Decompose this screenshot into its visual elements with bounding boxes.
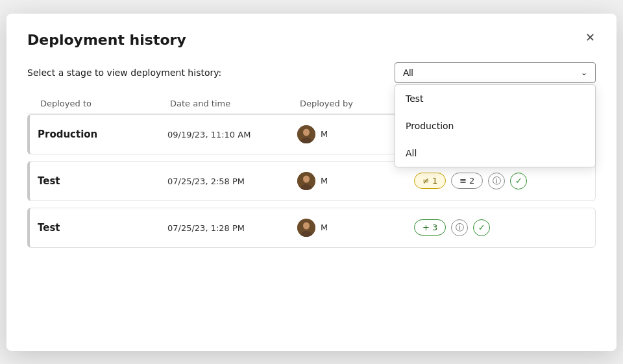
stage-selector-row: Select a stage to view deployment histor… [27,62,596,83]
avatar [297,125,315,143]
col-header-date: Date and time [170,99,300,108]
deployer-initial: M [321,223,328,232]
close-button[interactable]: ✕ [580,28,600,47]
col-header-deployed-to: Deployed to [40,99,170,108]
stage-dropdown-button[interactable]: All ⌄ [395,62,596,83]
check-icon[interactable]: ✓ [510,173,527,189]
stage-dropdown-menu: Test Production All [395,84,596,167]
row-deployed-by: M [289,219,406,237]
svg-point-7 [303,222,310,229]
badge-count: 1 [432,176,437,186]
info-icon[interactable]: ⓘ [488,173,505,189]
row-deployed-by: M [289,172,406,190]
row-stage: Test [30,175,160,187]
avatar [297,172,315,190]
stage-dropdown-value: All [403,67,413,78]
stage-selector-label: Select a stage to view deployment histor… [27,67,221,78]
chevron-down-icon: ⌄ [581,68,587,77]
dropdown-item-production[interactable]: Production [395,112,595,140]
dropdown-item-test[interactable]: Test [395,85,595,112]
deployment-history-dialog: Deployment history ✕ Select a stage to v… [6,14,617,351]
badge-list[interactable]: ≡ 2 [451,173,483,189]
avatar [297,219,315,237]
badge-icon: ≠ [422,176,430,186]
svg-point-1 [303,128,310,136]
badge-changed[interactable]: ≠ 1 [414,173,446,189]
stage-name: Test [38,175,60,187]
deployer-initial: M [321,129,328,139]
svg-point-4 [303,175,310,182]
row-date: 07/25/23, 2:58 PM [160,175,289,187]
check-icon[interactable]: ✓ [473,219,490,236]
dialog-title: Deployment history [27,32,596,48]
row-date: 09/19/23, 11:10 AM [160,128,289,140]
row-items: ≠ 1 ≡ 2 ⓘ ✓ [406,173,585,189]
row-items: + 3 ⓘ ✓ [406,219,585,236]
badge-icon: ≡ [459,176,467,186]
info-icon[interactable]: ⓘ [451,219,468,236]
row-date: 07/25/23, 1:28 PM [160,221,289,234]
stage-name: Production [38,128,97,140]
badge-icon: + [422,223,430,232]
deployer-initial: M [321,176,328,186]
row-deployed-by: M [289,125,406,143]
badge-count: 2 [469,176,474,186]
stage-name: Test [38,222,60,234]
table-row: Test 07/25/23, 1:28 PM M + 3 [27,208,596,248]
badge-count: 3 [432,223,437,232]
row-stage: Production [30,128,160,140]
badge-added[interactable]: + 3 [414,219,446,236]
dropdown-item-all[interactable]: All [395,140,595,167]
row-stage: Test [30,221,160,234]
stage-dropdown-wrapper: All ⌄ Test Production All [395,62,596,83]
